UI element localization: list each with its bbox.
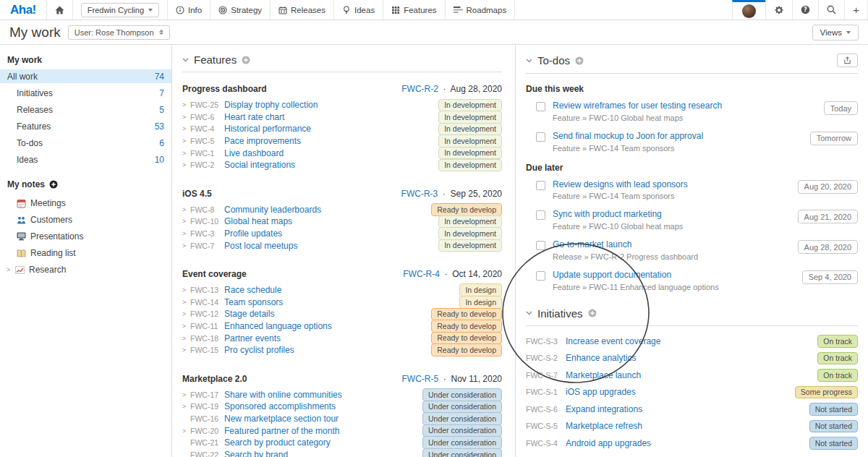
feature-link[interactable]: Live dashboard: [224, 148, 284, 158]
expand-chevron-icon[interactable]: >: [182, 230, 190, 237]
settings-button[interactable]: [765, 0, 792, 20]
expand-chevron-icon[interactable]: >: [182, 403, 190, 410]
initiative-link[interactable]: Android app upgrades: [566, 438, 651, 448]
nav-item-features[interactable]: Features: [383, 0, 444, 20]
add-note-icon[interactable]: [49, 180, 58, 189]
feature-link[interactable]: Team sponsors: [224, 297, 283, 307]
todo-checkbox[interactable]: [536, 102, 545, 111]
nav-item-roadmaps[interactable]: Roadmaps: [445, 0, 516, 20]
aha-logo[interactable]: Aha!: [0, 0, 46, 20]
todo-link[interactable]: Update support documentation: [553, 270, 671, 280]
user-avatar-tab[interactable]: [732, 0, 765, 20]
help-button[interactable]: ?: [792, 0, 818, 20]
expand-chevron-icon[interactable]: >: [182, 150, 190, 157]
collapse-chevron-icon[interactable]: [182, 58, 189, 62]
feature-link[interactable]: Enhanced language options: [224, 321, 332, 331]
feature-link[interactable]: Share with online communities: [224, 390, 342, 400]
initiative-link[interactable]: Marketplace launch: [566, 370, 641, 380]
add-initiative-icon[interactable]: [588, 309, 597, 317]
expand-chevron-icon[interactable]: >: [182, 286, 190, 294]
feature-link[interactable]: Global heat maps: [224, 216, 292, 226]
initiative-link[interactable]: iOS app upgrades: [566, 387, 636, 397]
expand-chevron-icon[interactable]: >: [182, 218, 190, 225]
sidebar-item-releases[interactable]: Releases 5: [0, 103, 171, 116]
sidebar-item-to-dos[interactable]: To-dos 6: [0, 136, 171, 150]
feature-link[interactable]: Featured partner of the month: [224, 426, 339, 436]
feature-link[interactable]: Pro cyclist profiles: [224, 345, 294, 355]
todo-checkbox[interactable]: [536, 241, 545, 250]
todo-checkbox[interactable]: [536, 210, 545, 220]
initiative-link[interactable]: Marketplace refresh: [566, 421, 642, 431]
nav-item-ideas[interactable]: Ideas: [333, 0, 383, 20]
feature-link[interactable]: Stage details: [224, 309, 274, 319]
collapse-chevron-icon[interactable]: [526, 311, 532, 315]
feature-link[interactable]: Profile updates: [224, 228, 282, 239]
feature-link[interactable]: Community leaderboards: [224, 205, 321, 215]
release-ref-link[interactable]: FWC-R-3: [401, 189, 438, 199]
expand-chevron-icon[interactable]: >: [182, 310, 190, 317]
home-button[interactable]: [46, 0, 72, 20]
add-button[interactable]: +: [844, 0, 868, 20]
expand-chevron-icon[interactable]: >: [7, 266, 12, 273]
sidebar-note-reading-list[interactable]: Reading list: [0, 246, 171, 260]
feature-link[interactable]: Pace improvements: [224, 136, 301, 146]
expand-chevron-icon[interactable]: >: [182, 242, 190, 249]
initiative-link[interactable]: Increase event coverage: [566, 336, 660, 346]
feature-link[interactable]: Social integrations: [224, 160, 295, 170]
expand-chevron-icon[interactable]: >: [182, 206, 190, 213]
todo-checkbox[interactable]: [536, 132, 545, 142]
export-todos-button[interactable]: [837, 54, 858, 67]
sidebar-note-meetings[interactable]: Meetings: [0, 196, 171, 210]
nav-item-releases[interactable]: Releases: [270, 0, 333, 20]
feature-link[interactable]: New marketplace section tour: [224, 414, 339, 424]
feature-link[interactable]: Historical performance: [224, 124, 311, 134]
sidebar-note-presentations[interactable]: Presentations: [0, 229, 171, 244]
release-ref-link[interactable]: FWC-R-2: [401, 84, 438, 94]
views-button[interactable]: Views: [812, 25, 859, 40]
todo-link[interactable]: Send final mockup to Joon for approval: [553, 131, 703, 141]
todo-link[interactable]: Review designs with lead sponsors: [553, 179, 688, 189]
expand-chevron-icon[interactable]: >: [182, 335, 190, 342]
collapse-chevron-icon[interactable]: [526, 59, 532, 63]
nav-item-strategy[interactable]: Strategy: [210, 0, 270, 20]
sidebar-item-features[interactable]: Features 53: [0, 119, 171, 133]
expand-chevron-icon[interactable]: >: [182, 299, 190, 306]
feature-link[interactable]: Partner events: [224, 333, 281, 343]
sidebar-note-research[interactable]: > Research: [0, 262, 171, 277]
release-ref-link[interactable]: FWC-R-4: [403, 269, 440, 279]
add-feature-icon[interactable]: [242, 56, 250, 64]
workspace-switcher[interactable]: Fredwin Cycling: [72, 0, 167, 20]
expand-chevron-icon[interactable]: >: [182, 125, 190, 132]
expand-chevron-icon[interactable]: >: [182, 427, 190, 435]
todo-checkbox[interactable]: [536, 181, 545, 190]
sidebar-note-customers[interactable]: Customers: [0, 213, 171, 227]
sidebar-item-all-work[interactable]: All work 74: [0, 69, 171, 83]
feature-link[interactable]: Display trophy collection: [224, 100, 318, 110]
expand-chevron-icon[interactable]: >: [182, 114, 190, 121]
user-filter-select[interactable]: User: Rose Thompson: [68, 25, 170, 40]
todo-link[interactable]: Go-to-market launch: [553, 239, 631, 249]
expand-chevron-icon[interactable]: >: [182, 137, 190, 145]
todo-link[interactable]: Sync with product marketing: [553, 209, 662, 219]
feature-link[interactable]: Search by brand: [224, 450, 288, 457]
feature-link[interactable]: Heart rate chart: [224, 112, 284, 122]
expand-chevron-icon[interactable]: >: [182, 391, 190, 398]
add-todo-icon[interactable]: [575, 56, 584, 65]
feature-link[interactable]: Post local meetups: [224, 241, 297, 251]
todo-link[interactable]: Review wireframes for user testing resea…: [553, 101, 722, 111]
expand-chevron-icon[interactable]: >: [182, 101, 190, 108]
sidebar-item-ideas[interactable]: Ideas 10: [0, 153, 171, 166]
initiative-link[interactable]: Enhance analytics: [566, 353, 636, 363]
feature-link[interactable]: Sponsored accomplishments: [224, 401, 336, 411]
feature-link[interactable]: Search by product category: [224, 437, 331, 448]
expand-chevron-icon[interactable]: >: [182, 323, 190, 330]
expand-chevron-icon[interactable]: >: [182, 346, 190, 354]
release-ref-link[interactable]: FWC-R-5: [402, 374, 439, 384]
todo-checkbox[interactable]: [536, 271, 545, 281]
nav-item-info[interactable]: Info: [167, 0, 210, 20]
sidebar-item-initiatives[interactable]: Initiatives 7: [0, 86, 171, 100]
initiative-link[interactable]: Expand integrations: [566, 404, 642, 414]
feature-link[interactable]: Race schedule: [224, 285, 281, 295]
expand-chevron-icon[interactable]: >: [182, 161, 190, 168]
search-button[interactable]: [818, 0, 844, 20]
